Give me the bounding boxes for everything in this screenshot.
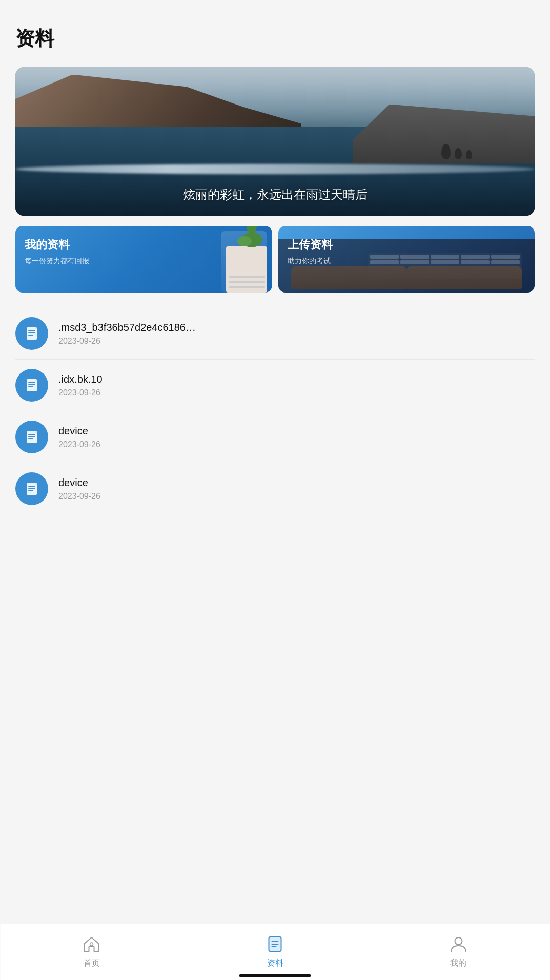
nav-item-home[interactable]: 首页 — [0, 928, 184, 969]
materials-icon — [264, 933, 286, 955]
file-name-2: .idx.bk.10 — [58, 373, 535, 385]
file-list: .msd3_b3f36b57d2e4c6186… 2023-09-26 .idx… — [0, 308, 550, 913]
nav-item-profile[interactable]: 我的 — [366, 928, 550, 969]
upload-materials-title: 上传资料 — [288, 237, 333, 253]
my-materials-card[interactable]: 我的资料 每一份努力都有回报 — [15, 226, 272, 293]
nav-label-home: 首页 — [84, 958, 100, 969]
file-name-4: device — [58, 477, 535, 489]
file-info-3: device 2023-09-26 — [58, 425, 535, 449]
file-name-1: .msd3_b3f36b57d2e4c6186… — [58, 322, 535, 333]
bottom-indicator — [239, 974, 311, 977]
file-icon-wrap-2 — [15, 369, 48, 402]
nav-label-materials: 资料 — [267, 958, 283, 969]
header: 资料 — [0, 0, 550, 62]
file-name-3: device — [58, 425, 535, 437]
svg-rect-14 — [28, 488, 35, 489]
file-item-3[interactable]: device 2023-09-26 — [15, 411, 535, 463]
nav-label-profile: 我的 — [450, 958, 466, 969]
svg-rect-13 — [28, 486, 35, 487]
page-title: 资料 — [15, 26, 535, 52]
upload-materials-card[interactable]: 上传资料 助力你的考试 — [278, 226, 535, 293]
svg-rect-20 — [272, 944, 279, 945]
svg-rect-10 — [28, 436, 35, 437]
svg-rect-21 — [272, 946, 277, 947]
document-icon-4 — [24, 481, 40, 497]
svg-rect-2 — [28, 332, 35, 333]
banner-section: 炫丽的彩虹，永远出在雨过天晴后 — [0, 62, 550, 226]
svg-rect-6 — [28, 384, 35, 385]
svg-rect-7 — [28, 386, 33, 387]
svg-rect-5 — [28, 382, 35, 383]
file-item-2[interactable]: .idx.bk.10 2023-09-26 — [15, 360, 535, 411]
profile-icon — [447, 933, 469, 955]
svg-rect-19 — [272, 941, 279, 942]
file-icon-wrap-4 — [15, 472, 48, 505]
home-icon — [81, 933, 103, 955]
upload-materials-content: 上传资料 助力你的考试 — [278, 226, 342, 277]
my-materials-title: 我的资料 — [25, 237, 89, 253]
file-info-1: .msd3_b3f36b57d2e4c6186… 2023-09-26 — [58, 322, 535, 346]
file-date-2: 2023-09-26 — [58, 388, 535, 398]
bottom-nav: 首页 资料 我的 — [0, 924, 550, 980]
svg-point-22 — [455, 937, 462, 945]
svg-rect-3 — [28, 335, 33, 336]
file-info-2: .idx.bk.10 2023-09-26 — [58, 373, 535, 398]
my-materials-subtitle: 每一份努力都有回报 — [25, 257, 89, 266]
page-container: 资料 炫丽的彩虹，永远出在雨过天晴后 — [0, 0, 550, 980]
nav-item-materials[interactable]: 资料 — [184, 928, 367, 969]
svg-point-16 — [90, 943, 93, 946]
file-icon-wrap-3 — [15, 421, 48, 453]
document-icon-1 — [24, 325, 40, 342]
file-item-1[interactable]: .msd3_b3f36b57d2e4c6186… 2023-09-26 — [15, 308, 535, 360]
banner-wave — [15, 164, 535, 174]
card-decoration-notebook — [221, 231, 267, 293]
upload-materials-subtitle: 助力你的考试 — [288, 257, 333, 266]
banner-image[interactable]: 炫丽的彩虹，永远出在雨过天晴后 — [15, 67, 535, 216]
document-icon-2 — [24, 377, 40, 393]
svg-rect-15 — [28, 490, 33, 491]
banner-rocks — [441, 144, 472, 159]
file-info-4: device 2023-09-26 — [58, 477, 535, 501]
file-item-4[interactable]: device 2023-09-26 — [15, 463, 535, 514]
file-icon-wrap-1 — [15, 317, 48, 350]
my-materials-content: 我的资料 每一份努力都有回报 — [15, 226, 98, 277]
file-date-3: 2023-09-26 — [58, 440, 535, 449]
file-date-4: 2023-09-26 — [58, 492, 535, 501]
svg-rect-9 — [28, 434, 35, 435]
banner-text: 炫丽的彩虹，永远出在雨过天晴后 — [15, 186, 535, 203]
banner-rock-2 — [455, 148, 462, 159]
banner-rock-3 — [466, 150, 472, 159]
svg-rect-11 — [28, 438, 33, 439]
svg-rect-1 — [28, 330, 35, 331]
document-icon-3 — [24, 429, 40, 445]
quick-actions: 我的资料 每一份努力都有回报 — [0, 226, 550, 308]
file-date-1: 2023-09-26 — [58, 337, 535, 346]
banner-rock-1 — [441, 144, 451, 159]
